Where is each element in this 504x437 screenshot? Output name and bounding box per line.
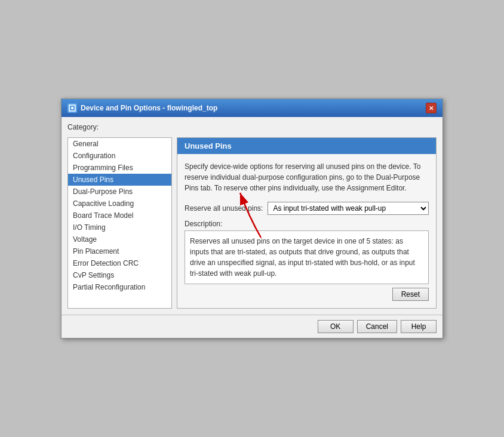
description-section: Description: Reserves all unused pins on… xyxy=(185,220,429,284)
panel-content: Specify device-wide options for reservin… xyxy=(177,154,436,308)
content-area: GeneralConfigurationProgramming FilesUnu… xyxy=(67,137,437,309)
svg-point-1 xyxy=(71,107,73,109)
reserve-row: Reserve all unused pins: As input tri-st… xyxy=(185,202,429,215)
sidebar-item-configuration[interactable]: Configuration xyxy=(68,150,171,162)
title-bar-left: Device and Pin Options - flowingled_top xyxy=(67,103,217,113)
sidebar-item-io-timing[interactable]: I/O Timing xyxy=(68,221,171,233)
sidebar-item-pin-placement[interactable]: Pin Placement xyxy=(68,245,171,257)
reserve-select[interactable]: As input tri-stated with weak pull-upAs … xyxy=(268,202,429,215)
sidebar-item-capacitive-loading[interactable]: Capacitive Loading xyxy=(68,198,171,210)
sidebar-item-unused-pins[interactable]: Unused Pins xyxy=(68,174,171,186)
cancel-button[interactable]: Cancel xyxy=(357,320,397,333)
description-box: Reserves all unused pins on the target d… xyxy=(185,230,429,284)
sidebar-item-voltage[interactable]: Voltage xyxy=(68,233,171,245)
description-section-label: Description: xyxy=(185,220,429,228)
sidebar-item-general[interactable]: General xyxy=(68,138,171,150)
sidebar-item-dual-purpose-pins[interactable]: Dual-Purpose Pins xyxy=(68,186,171,198)
panel-description: Specify device-wide options for reservin… xyxy=(185,161,429,193)
main-panel: Unused Pins Specify device-wide options … xyxy=(177,137,437,309)
sidebar-item-partial-reconfiguration[interactable]: Partial Reconfiguration xyxy=(68,281,171,293)
sidebar-item-programming-files[interactable]: Programming Files xyxy=(68,162,171,174)
reserve-label: Reserve all unused pins: xyxy=(185,204,263,213)
dialog-window: Device and Pin Options - flowingled_top … xyxy=(61,99,443,338)
reset-button[interactable]: Reset xyxy=(392,288,429,301)
bottom-bar: OK Cancel Help xyxy=(62,315,442,338)
window-title: Device and Pin Options - flowingled_top xyxy=(81,104,217,112)
sidebar: GeneralConfigurationProgramming FilesUnu… xyxy=(67,137,172,309)
sidebar-item-board-trace-model[interactable]: Board Trace Model xyxy=(68,210,171,221)
reset-row: Reset xyxy=(185,288,429,301)
app-icon xyxy=(67,103,77,113)
panel-header: Unused Pins xyxy=(177,138,436,154)
title-bar: Device and Pin Options - flowingled_top … xyxy=(62,99,442,117)
dialog-body: Category: GeneralConfigurationProgrammin… xyxy=(62,117,442,315)
category-label: Category: xyxy=(67,123,437,131)
ok-button[interactable]: OK xyxy=(318,320,354,333)
close-button[interactable]: ✕ xyxy=(426,103,437,113)
help-button[interactable]: Help xyxy=(401,320,437,333)
sidebar-item-cvp-settings[interactable]: CvP Settings xyxy=(68,269,171,281)
sidebar-item-error-detection-crc[interactable]: Error Detection CRC xyxy=(68,257,171,269)
